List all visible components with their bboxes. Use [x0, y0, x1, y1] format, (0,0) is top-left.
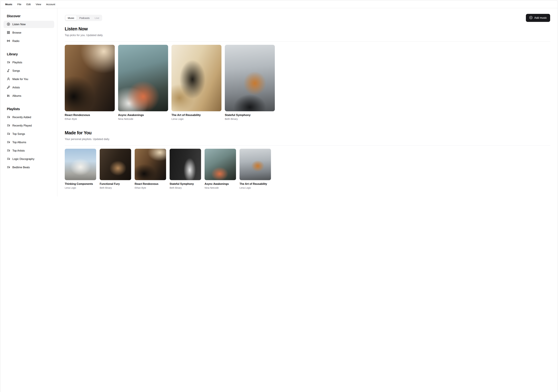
playlist-title: The Art of Reusability: [240, 182, 271, 186]
sidebar-section-library: Library Playlists Songs Made for You Art…: [3, 52, 54, 100]
menu-edit[interactable]: Edit: [24, 2, 33, 7]
sidebar-item-playlists[interactable]: Playlists: [3, 59, 54, 66]
sidebar-item-recently-played[interactable]: Recently Played: [3, 122, 54, 129]
tab-live: Live: [92, 15, 102, 20]
list-music-icon: [7, 116, 10, 119]
sidebar-item-label: Playlists: [12, 61, 22, 64]
made-for-you-section-header: Made for You Your personal playlists. Up…: [65, 130, 279, 141]
list-music-icon: [7, 166, 10, 169]
playlist-artist: Lena Logic: [240, 186, 271, 189]
playlist-title: React Rendezvous: [135, 182, 166, 186]
listen-now-card-row: React Rendezvous Ethan Byte Async Awaken…: [65, 45, 279, 120]
album-art[interactable]: [65, 45, 115, 111]
tab-podcasts[interactable]: Podcasts: [77, 15, 92, 20]
playlist-card: Stateful Symphony Beth Binary: [170, 149, 201, 189]
sidebar-item-label: Recently Added: [12, 116, 31, 119]
tab-list: Music Podcasts Live: [65, 15, 102, 21]
sidebar-item-top-artists[interactable]: Top Artists: [3, 147, 54, 154]
sidebar-item-made-for-you[interactable]: Made for You: [3, 75, 54, 83]
music-app-window: Music File Edit View Account Discover Li…: [0, 0, 279, 196]
menu-file[interactable]: File: [15, 2, 23, 7]
circle-play-icon: [7, 23, 10, 26]
sidebar-section-discover: Discover Listen Now Browse Radio: [3, 14, 54, 45]
made-for-you-card-row: Thinking Components Lena Logic Functiona…: [65, 149, 279, 189]
album-artist: Ethan Byte: [65, 117, 115, 120]
content-header: Music Podcasts Live Add music: [65, 14, 279, 22]
playlist-artist: Beth Binary: [100, 186, 131, 189]
playlist-art[interactable]: [100, 149, 131, 180]
sidebar-item-label: Radio: [12, 40, 19, 43]
listen-now-title: Listen Now: [65, 26, 279, 32]
playlist-artist: Ethan Byte: [135, 186, 166, 189]
sidebar-heading-library: Library: [3, 52, 54, 56]
album-title: Stateful Symphony: [225, 113, 275, 117]
sidebar-item-label: Listen Now: [12, 23, 26, 26]
sidebar: Discover Listen Now Browse Radio Library: [0, 8, 57, 196]
microphone-icon: [7, 86, 10, 90]
album-art[interactable]: [118, 45, 168, 111]
playlist-title: Stateful Symphony: [170, 182, 201, 186]
sidebar-item-radio[interactable]: Radio: [3, 37, 54, 45]
sidebar-item-label: Made for You: [12, 78, 28, 81]
sidebar-item-label: Bedtime Beats: [12, 166, 30, 169]
menu-music[interactable]: Music: [3, 2, 14, 7]
album-title: The Art of Reusability: [171, 113, 221, 117]
playlist-art[interactable]: [205, 149, 236, 180]
separator: [65, 145, 279, 146]
list-music-icon: [7, 141, 10, 144]
sidebar-item-label: Albums: [12, 94, 21, 97]
library-icon: [7, 94, 10, 98]
sidebar-item-logic-discography[interactable]: Logic Discography: [3, 155, 54, 163]
album-title: Async Awakenings: [118, 113, 168, 117]
playlist-card: Async Awakenings Nina Netcode: [205, 149, 236, 189]
layout-grid-icon: [7, 31, 10, 35]
menu-account[interactable]: Account: [44, 2, 57, 7]
playlist-art[interactable]: [135, 149, 166, 180]
album-art[interactable]: [171, 45, 221, 111]
sidebar-item-recently-added[interactable]: Recently Added: [3, 114, 54, 121]
album-card: The Art of Reusability Lena Logic: [171, 45, 221, 120]
sidebar-heading-discover: Discover: [3, 14, 54, 18]
radio-icon: [7, 39, 10, 43]
sidebar-item-top-songs[interactable]: Top Songs: [3, 130, 54, 138]
sidebar-item-label: Top Artists: [12, 149, 25, 152]
list-music-icon: [7, 124, 10, 128]
made-for-you-subtitle: Your personal playlists. Updated daily.: [65, 138, 279, 141]
list-music-icon: [7, 132, 10, 136]
sidebar-item-top-albums[interactable]: Top Albums: [3, 139, 54, 146]
sidebar-section-playlists: Playlists Recently Added Recently Played…: [3, 107, 54, 171]
made-for-you-title: Made for You: [65, 130, 279, 135]
sidebar-item-songs[interactable]: Songs: [3, 67, 54, 75]
album-artist: Beth Binary: [225, 117, 275, 120]
sidebar-item-albums[interactable]: Albums: [3, 92, 54, 100]
sidebar-item-label: Artists: [12, 86, 20, 89]
user-icon: [7, 77, 10, 81]
playlist-artist: Lena Logic: [65, 186, 96, 189]
playlist-card: Thinking Components Lena Logic: [65, 149, 96, 189]
menu-view[interactable]: View: [34, 2, 43, 7]
sidebar-item-artists[interactable]: Artists: [3, 84, 54, 91]
album-artist: Nina Netcode: [118, 117, 168, 120]
tab-music[interactable]: Music: [65, 15, 77, 20]
sidebar-heading-playlists: Playlists: [3, 107, 54, 111]
playlist-title: Thinking Components: [65, 182, 96, 186]
menubar: Music File Edit View Account: [0, 0, 279, 8]
sidebar-item-label: Recently Played: [12, 124, 32, 127]
album-title: React Rendezvous: [65, 113, 115, 117]
album-art[interactable]: [225, 45, 275, 111]
sidebar-item-label: Top Songs: [12, 133, 25, 135]
sidebar-item-label: Top Albums: [12, 141, 26, 144]
playlist-art[interactable]: [65, 149, 96, 180]
playlist-art[interactable]: [170, 149, 201, 180]
playlist-artist: Nina Netcode: [205, 186, 236, 189]
playlist-art[interactable]: [240, 149, 271, 180]
sidebar-item-listen-now[interactable]: Listen Now: [3, 21, 54, 28]
sidebar-item-label: Logic Discography: [12, 158, 35, 161]
sidebar-item-label: Browse: [12, 31, 21, 34]
sidebar-item-bedtime-beats[interactable]: Bedtime Beats: [3, 164, 54, 171]
list-music-icon: [7, 157, 10, 161]
listen-now-section-header: Listen Now Top picks for you. Updated da…: [65, 26, 279, 37]
list-music-icon: [7, 61, 10, 65]
playlist-card: The Art of Reusability Lena Logic: [240, 149, 271, 189]
sidebar-item-browse[interactable]: Browse: [3, 29, 54, 36]
